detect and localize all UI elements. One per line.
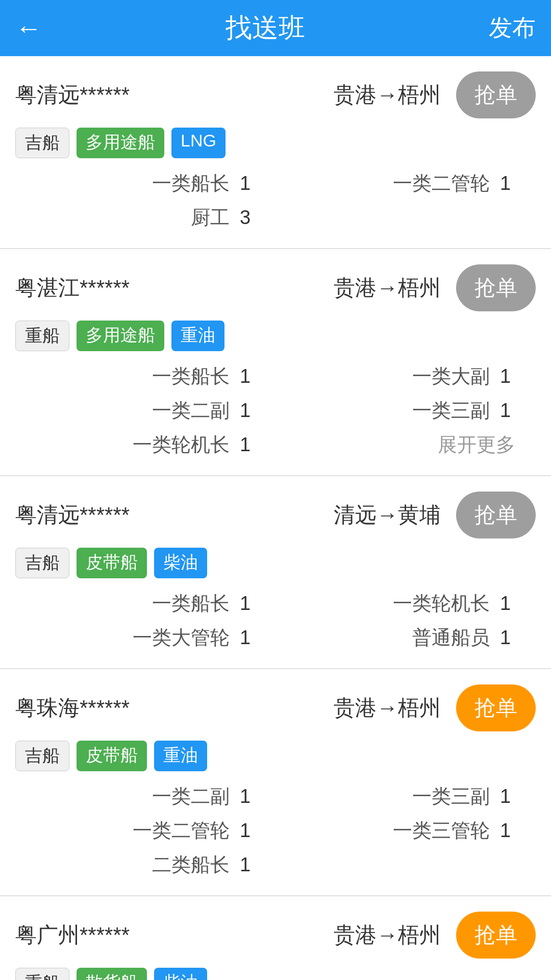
crew-count: 3 [240,207,255,229]
grab-button[interactable]: 抢单 [456,684,536,731]
crew-item: 一类三管轮1 [276,816,536,846]
tag: LNG [171,128,226,158]
crew-item: 一类二副1 [15,396,276,426]
crew-count: 1 [240,434,255,456]
crew-count: 1 [240,627,255,649]
tag: 多用途船 [77,128,164,158]
crew-count: 1 [240,365,255,387]
crew-name: 二类船长 [152,852,230,878]
crew-count: 1 [240,593,255,615]
ship-name: 粤广州****** [15,921,130,949]
tag: 吉船 [15,548,69,578]
back-button[interactable]: ← [15,13,42,43]
crew-item: 展开更多 [276,430,536,460]
crew-item: 普通船员1 [276,623,536,653]
crew-name: 一类轮机长 [393,591,490,617]
crew-name: 一类三副 [412,783,490,810]
crew-grid: 一类船长1一类大副1一类二副1一类三副1一类轮机长1展开更多 [15,361,536,460]
crew-item: 一类三副1 [276,396,536,426]
tag: 柴油 [154,968,207,980]
crew-name: 一类船长 [152,363,230,389]
crew-count: 1 [500,365,515,387]
ship-name: 粤珠海****** [15,694,130,722]
tag: 散货船 [77,968,147,980]
tags: 吉船皮带船柴油 [15,548,536,578]
crew-item: 一类大管轮1 [15,623,276,653]
crew-item: 一类船长1 [15,589,276,619]
crew-name: 一类二副 [152,398,230,424]
crew-item: 二类船长1 [15,850,276,880]
page-title: 找送班 [226,10,305,46]
crew-name: 一类轮机长 [133,432,230,458]
crew-name: 一类大副 [412,363,490,389]
grab-button[interactable]: 抢单 [456,492,536,538]
crew-item: 一类二管轮1 [15,816,276,846]
ship-name: 粤清远****** [15,81,130,109]
crew-name: 一类大管轮 [133,625,230,651]
tag: 重油 [154,741,207,771]
ship-name: 粤清远****** [15,501,130,529]
crew-count: 1 [240,786,255,807]
tag: 重船 [15,321,69,351]
ship-name: 粤湛江****** [15,274,130,302]
crew-item: 一类二管轮1 [276,168,536,199]
tag: 多用途船 [77,321,164,351]
tag: 吉船 [15,128,69,158]
crew-item: 一类轮机长1 [15,430,276,460]
crew-count: 1 [500,786,515,807]
crew-grid: 一类船长1一类轮机长1一类大管轮1普通船员1 [15,589,536,653]
route: 贵港→梧州 [334,274,441,302]
grab-button[interactable]: 抢单 [456,264,536,311]
tag: 皮带船 [77,548,147,578]
crew-item: 厨工3 [15,203,276,233]
crew-count: 1 [500,820,515,842]
crew-count: 1 [500,627,515,649]
tags: 吉船皮带船重油 [15,741,536,771]
route: 贵港→梧州 [334,81,441,109]
crew-item: 一类船长1 [15,361,276,391]
tag: 重船 [15,968,69,980]
crew-count: 1 [500,593,515,615]
crew-item: 一类三副1 [276,781,536,812]
grab-button[interactable]: 抢单 [456,71,536,118]
crew-item: 一类二副1 [15,781,276,812]
list-item: 粤清远******清远→黄埔抢单吉船皮带船柴油一类船长1一类轮机长1一类大管轮1… [0,476,551,669]
crew-count: 1 [500,173,515,194]
crew-name: 一类三副 [412,398,490,424]
tags: 重船多用途船重油 [15,321,536,351]
tags: 重船散货船柴油 [15,968,536,980]
crew-item: 一类船长1 [15,168,276,199]
crew-name: 厨工 [191,205,230,231]
tags: 吉船多用途船LNG [15,128,536,158]
crew-name: 一类船长 [152,170,230,197]
publish-button[interactable]: 发布 [489,12,536,44]
crew-name: 普通船员 [412,625,490,651]
crew-count: 1 [240,820,255,842]
list-item: 粤清远******贵港→梧州抢单吉船多用途船LNG一类船长1一类二管轮1厨工3 [0,56,551,249]
crew-grid: 一类二副1一类三副1一类二管轮1一类三管轮1二类船长1 [15,781,536,880]
crew-name: 一类二副 [152,783,230,810]
list-item: 粤珠海******贵港→梧州抢单吉船皮带船重油一类二副1一类三副1一类二管轮1一… [0,669,551,896]
tag: 柴油 [154,548,207,578]
list-item: 粤湛江******贵港→梧州抢单重船多用途船重油一类船长1一类大副1一类二副1一… [0,249,551,476]
crew-name: 一类船长 [152,591,230,617]
list-item: 粤广州******贵港→梧州抢单重船散货船柴油一类船长1一类二副1一类轮机长1 [0,896,551,980]
crew-count: 1 [500,400,515,422]
crew-name: 一类二管轮 [393,170,490,197]
tag: 吉船 [15,741,69,771]
route: 贵港→梧州 [334,694,441,722]
tag: 皮带船 [77,741,147,771]
expand-more[interactable]: 展开更多 [438,432,515,458]
crew-count: 1 [240,400,255,422]
crew-grid: 一类船长1一类二管轮1厨工3 [15,168,536,233]
crew-item: 一类轮机长1 [276,589,536,619]
route: 贵港→梧州 [334,921,441,949]
crew-item: 一类大副1 [276,361,536,391]
grab-button[interactable]: 抢单 [456,912,536,959]
content: 粤清远******贵港→梧州抢单吉船多用途船LNG一类船长1一类二管轮1厨工3粤… [0,56,551,980]
route: 清远→黄埔 [334,501,441,529]
crew-name: 一类三管轮 [393,818,490,844]
crew-count: 1 [240,173,255,194]
crew-count: 1 [240,854,255,876]
crew-name: 一类二管轮 [133,818,230,844]
